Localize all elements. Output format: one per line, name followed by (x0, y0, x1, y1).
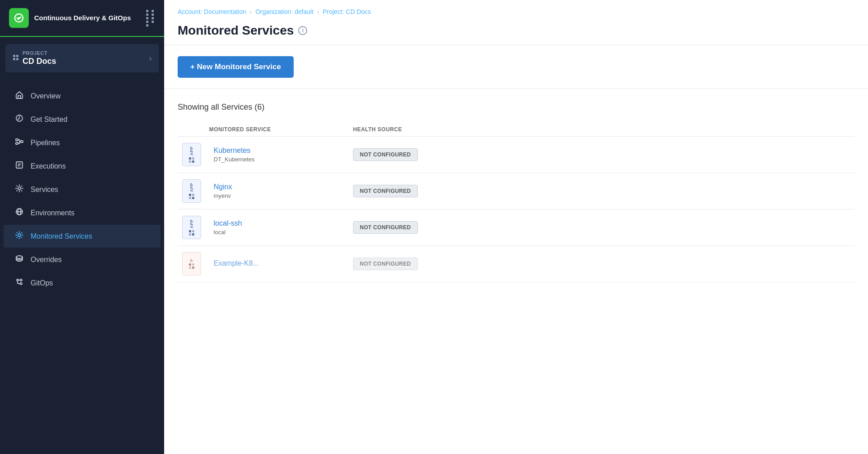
service-info-example-k8: Example-K8... (209, 259, 353, 269)
sidebar-item-gitops[interactable]: GitOps (4, 272, 161, 294)
health-source-local-ssh: NOT CONFIGURED (353, 221, 855, 234)
service-tag-icon-kubernetes (189, 157, 194, 163)
sidebar-nav: Overview Get Started Pipelines (0, 80, 164, 454)
monitored-services-icon (14, 231, 24, 242)
health-badge-nginx: NOT CONFIGURED (353, 185, 418, 197)
service-name-local-ssh[interactable]: local-ssh (214, 219, 353, 227)
service-tag-example-k8: P (182, 252, 209, 276)
sidebar-item-overrides-label: Overrides (31, 256, 62, 264)
health-badge-local-ssh: NOT CONFIGURED (353, 221, 418, 234)
sidebar-item-get-started[interactable]: Get Started (4, 108, 161, 131)
grid-menu-icon[interactable] (146, 10, 155, 27)
sidebar-item-pipelines-label: Pipelines (31, 139, 60, 147)
health-source-example-k8: NOT CONFIGURED (353, 258, 855, 270)
breadcrumb: Account: Documentation › Organization: d… (164, 0, 868, 20)
project-arrow-icon: › (149, 54, 152, 62)
service-tag-icon-local-ssh (189, 230, 194, 236)
service-tag-local-ssh: APP (182, 216, 209, 239)
svg-rect-4 (16, 58, 18, 60)
breadcrumb-org[interactable]: Organization: default (255, 8, 313, 15)
pipelines-icon (14, 137, 24, 148)
overrides-icon (14, 254, 24, 265)
sidebar-header: Continuous Delivery & GitOps (0, 0, 164, 37)
health-badge-example-k8: NOT CONFIGURED (353, 258, 418, 270)
table-row: APP Nginx myenv NOT CONFIGURED (178, 173, 855, 209)
service-tag-kubernetes: APP (182, 143, 209, 166)
content-area: Showing all Services (6) MONITORED SERVI… (164, 89, 868, 296)
breadcrumb-account[interactable]: Account: Documentation (178, 8, 246, 15)
get-started-icon (14, 114, 24, 125)
service-tag-label-local-ssh: APP (189, 219, 194, 228)
environments-icon (14, 207, 24, 218)
svg-rect-9 (16, 162, 22, 168)
home-icon (14, 90, 24, 102)
page-title: Monitored Services (178, 23, 294, 38)
action-bar: + New Monitored Service (164, 45, 868, 89)
col-header-icon (182, 126, 209, 133)
info-icon[interactable]: i (298, 26, 307, 35)
svg-rect-1 (13, 55, 15, 57)
svg-rect-2 (16, 55, 18, 57)
service-info-kubernetes: Kubernetes DT_Kubernetes (209, 147, 353, 163)
service-tag-icon-example-k8 (189, 263, 194, 269)
health-source-kubernetes: NOT CONFIGURED (353, 148, 855, 161)
sidebar-item-executions-label: Executions (31, 162, 66, 170)
health-source-nginx: NOT CONFIGURED (353, 185, 855, 197)
project-icon (13, 54, 19, 62)
project-selector[interactable]: PROJECT CD Docs › (5, 44, 159, 72)
showing-label: Showing all Services (6) (178, 102, 855, 112)
service-env-nginx: myenv (214, 192, 353, 199)
col-header-health: HEALTH SOURCE (353, 126, 855, 133)
col-header-service: MONITORED SERVICE (209, 126, 353, 133)
service-env-kubernetes: DT_Kubernetes (214, 156, 353, 163)
service-tag-icon-nginx (189, 194, 194, 199)
service-tag-label-nginx: APP (189, 183, 194, 192)
sidebar-item-monitored-services-label: Monitored Services (31, 232, 92, 240)
sidebar-item-environments[interactable]: Environments (4, 201, 161, 224)
services-gear-icon (14, 184, 24, 195)
project-name: CD Docs (22, 57, 56, 66)
service-tag-label-kubernetes: APP (189, 147, 194, 156)
sidebar-item-executions[interactable]: Executions (4, 155, 161, 178)
service-name-example-k8[interactable]: Example-K8... (214, 259, 353, 267)
service-name-nginx[interactable]: Nginx (214, 183, 353, 191)
table-header: MONITORED SERVICE HEALTH SOURCE (178, 123, 855, 137)
sidebar-item-services[interactable]: Services (4, 178, 161, 201)
service-info-local-ssh: local-ssh local (209, 219, 353, 236)
project-label-text: PROJECT (22, 50, 56, 56)
sidebar-logo: Continuous Delivery & GitOps (9, 8, 131, 28)
table-row: APP Kubernetes DT_Kubernetes NOT CONFIGU… (178, 137, 855, 173)
health-badge-kubernetes: NOT CONFIGURED (353, 148, 418, 161)
executions-icon (14, 160, 24, 172)
sidebar-item-environments-label: Environments (31, 209, 75, 217)
service-info-nginx: Nginx myenv (209, 183, 353, 199)
app-logo-icon (9, 8, 29, 28)
service-tag-label-example-k8: P (189, 259, 194, 262)
breadcrumb-project[interactable]: Project: CD Docs (322, 8, 371, 15)
service-tag-nginx: APP (182, 179, 209, 203)
project-label-group: PROJECT CD Docs (13, 50, 56, 66)
sidebar-item-pipelines[interactable]: Pipelines (4, 131, 161, 154)
breadcrumb-sep-1: › (250, 9, 252, 15)
sidebar: Continuous Delivery & GitOps (0, 0, 164, 454)
table-row: P Example-K8... NOT CONFIGURED (178, 246, 855, 282)
service-name-kubernetes[interactable]: Kubernetes (214, 147, 353, 155)
svg-point-13 (18, 234, 21, 236)
svg-point-14 (16, 256, 22, 258)
gitops-icon (14, 277, 24, 289)
sidebar-item-monitored-services[interactable]: Monitored Services (4, 225, 161, 248)
sidebar-item-overview[interactable]: Overview (4, 85, 161, 107)
breadcrumb-sep-2: › (317, 9, 319, 15)
service-env-local-ssh: local (214, 229, 353, 236)
page-title-row: Monitored Services i (164, 20, 868, 45)
main-content: Account: Documentation › Organization: d… (164, 0, 868, 454)
sidebar-item-overview-label: Overview (31, 92, 61, 100)
sidebar-item-services-label: Services (31, 186, 58, 194)
new-monitored-service-button[interactable]: + New Monitored Service (178, 56, 294, 78)
svg-point-0 (18, 17, 20, 19)
svg-rect-3 (13, 58, 15, 60)
sidebar-item-overrides[interactable]: Overrides (4, 248, 161, 271)
app-name: Continuous Delivery & GitOps (34, 13, 131, 22)
svg-point-10 (18, 187, 21, 190)
table-row: APP local-ssh local NOT CONFIGURED (178, 209, 855, 246)
